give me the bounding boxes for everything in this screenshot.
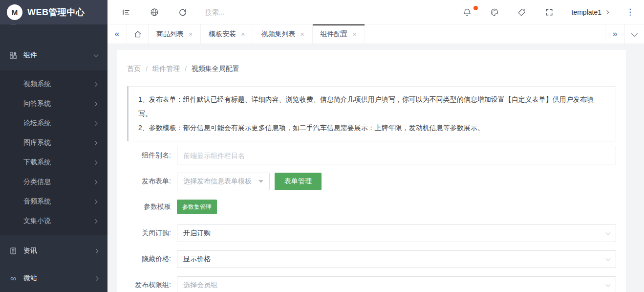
app-title: WEB管理中心 bbox=[27, 6, 85, 18]
chevron-right-icon bbox=[93, 82, 98, 87]
close-icon[interactable]: × bbox=[189, 31, 193, 38]
more-menu-icon[interactable]: ⋮ bbox=[626, 8, 634, 16]
sidebar-subitem-audio[interactable]: 音频系统 bbox=[0, 192, 107, 211]
breadcrumb-separator: / bbox=[146, 65, 148, 73]
breadcrumb-separator: / bbox=[185, 65, 187, 73]
home-icon bbox=[133, 30, 142, 39]
form-row-param-template: 参数模板 参数集管理 bbox=[127, 200, 616, 214]
sidebar-item-label: 商城 bbox=[23, 24, 94, 26]
language-globe-icon[interactable] bbox=[150, 7, 159, 17]
tabs-scroll-right-button[interactable]: » bbox=[605, 24, 624, 44]
logo-mark: M bbox=[7, 4, 22, 20]
form-row-publish-permission: 发布权限组: 选择会员组 bbox=[127, 276, 616, 292]
close-icon[interactable]: × bbox=[300, 31, 304, 38]
publish-form-select[interactable]: 选择发布信息表单模板 bbox=[177, 173, 270, 190]
select-placeholder: 选择发布信息表单模板 bbox=[183, 177, 252, 186]
sidebar-subitem-forum[interactable]: 论坛系统 bbox=[0, 113, 107, 133]
topbar-left bbox=[121, 7, 188, 17]
close-icon[interactable]: × bbox=[241, 31, 245, 38]
publish-permission-label: 发布权限组: bbox=[127, 281, 171, 290]
form-row-alias: 组件别名: bbox=[127, 147, 616, 164]
refresh-icon[interactable] bbox=[178, 7, 188, 17]
components-grid-icon bbox=[9, 51, 18, 60]
tab-label: 商品列表 bbox=[156, 30, 184, 39]
hide-price-label: 隐藏价格: bbox=[127, 255, 171, 264]
sidebar-item-news[interactable]: 资讯 bbox=[0, 240, 107, 262]
sidebar-subitem-download[interactable]: 下载系统 bbox=[0, 153, 107, 172]
tab-video-collection-list[interactable]: 视频集列表 × bbox=[253, 24, 312, 44]
sidebar-subitem-qa[interactable]: 问答系统 bbox=[0, 94, 107, 113]
config-panel: 首页 / 组件管理 / 视频集全局配置 1、发布表单：组件默认已经有标题、详细内… bbox=[117, 50, 626, 292]
select-placeholder: 选择会员组 bbox=[183, 281, 217, 290]
order-switch-select[interactable]: 开启订购 bbox=[177, 225, 616, 242]
alias-input[interactable] bbox=[177, 147, 616, 164]
content-area: 首页 / 组件管理 / 视频集全局配置 1、发布表单：组件默认已经有标题、详细内… bbox=[107, 44, 644, 292]
tabs-scroll-left-button[interactable]: « bbox=[107, 24, 127, 44]
home-tab[interactable] bbox=[127, 24, 149, 44]
chevron-right-icon bbox=[94, 276, 99, 281]
chevron-right-icon bbox=[93, 219, 98, 224]
tab-goods-list[interactable]: 商品列表 × bbox=[149, 24, 201, 44]
chevron-right-icon bbox=[93, 140, 98, 145]
template-switcher[interactable]: template1 bbox=[572, 8, 608, 16]
store-icon bbox=[9, 24, 18, 26]
search-input[interactable] bbox=[205, 8, 381, 16]
tabbar-spacer bbox=[365, 24, 605, 44]
breadcrumb-home[interactable]: 首页 bbox=[127, 65, 141, 73]
publish-permission-select[interactable]: 选择会员组 bbox=[177, 276, 616, 292]
sidebar-item-label: 组件 bbox=[23, 51, 94, 60]
notice-line-2: 2、参数模板：部分信息可能会有展示更多信息项，如二手汽车信息需要展示：上牌年限，… bbox=[138, 121, 606, 135]
sidebar-item-label: 微站 bbox=[23, 274, 94, 283]
sidebar-subitem-classified[interactable]: 分类信息 bbox=[0, 172, 107, 192]
form-manage-button[interactable]: 表单管理 bbox=[275, 173, 322, 190]
help-notice-box: 1、发布表单：组件默认已经有标题、详细内容、浏览收费、信息简介几项供用户填写，你… bbox=[127, 86, 616, 141]
caret-down-icon bbox=[258, 180, 263, 183]
alias-label: 组件别名: bbox=[127, 151, 171, 160]
sidebar: M WEB管理中心 商城 bbox=[0, 0, 107, 292]
sidebar-item-components[interactable]: 组件 bbox=[0, 44, 107, 67]
sidebar-item-microsite[interactable]: ∞ 微站 bbox=[0, 267, 107, 290]
breadcrumb-component-management[interactable]: 组件管理 bbox=[152, 65, 180, 73]
chevron-down-icon bbox=[606, 230, 611, 235]
form-row-hide-price: 隐藏价格: 显示价格 bbox=[127, 250, 616, 268]
chevron-right-icon bbox=[94, 248, 99, 253]
param-set-manage-button[interactable]: 参数集管理 bbox=[177, 200, 217, 214]
sidebar-subitem-novel[interactable]: 文集小说 bbox=[0, 211, 107, 231]
chevron-down-icon bbox=[94, 52, 99, 57]
tabs-menu-button[interactable] bbox=[624, 24, 644, 44]
template-switcher-label: template1 bbox=[572, 8, 601, 16]
infinity-icon: ∞ bbox=[9, 274, 18, 283]
tab-label: 组件配置 bbox=[321, 30, 348, 39]
chevron-right-icon bbox=[93, 199, 98, 204]
fullscreen-icon[interactable] bbox=[544, 7, 554, 17]
hide-price-select[interactable]: 显示价格 bbox=[177, 250, 616, 268]
form-row-order-switch: 关闭订购: 开启订购 bbox=[127, 225, 616, 242]
chevron-right-icon bbox=[93, 101, 98, 106]
tag-icon[interactable] bbox=[517, 7, 527, 17]
param-template-label: 参数模板 bbox=[127, 202, 171, 211]
components-submenu: 视频系统 问答系统 论坛系统 图库系统 下载系统 bbox=[0, 70, 107, 235]
tab-template-install[interactable]: 模板安装 × bbox=[201, 24, 253, 44]
sidebar-item-partial[interactable]: 商城 bbox=[0, 24, 107, 32]
chevron-right-icon bbox=[93, 180, 98, 184]
sidebar-nav: 商城 组件 视频系统 bbox=[0, 24, 107, 290]
chevron-down-icon bbox=[631, 30, 638, 37]
tab-label: 模板安装 bbox=[209, 30, 236, 39]
notification-bell-icon[interactable] bbox=[462, 7, 472, 17]
chevron-down-icon bbox=[606, 282, 611, 287]
sidebar-subitem-gallery[interactable]: 图库系统 bbox=[0, 133, 107, 153]
app-root: M WEB管理中心 商城 bbox=[0, 0, 644, 292]
tab-component-config[interactable]: 组件配置 × bbox=[313, 24, 365, 44]
chevron-down-icon bbox=[606, 256, 611, 261]
select-value: 开启订购 bbox=[183, 229, 211, 238]
notice-line-1: 1、发布表单：组件默认已经有标题、详细内容、浏览收费、信息简介几项供用户填写，你… bbox=[138, 92, 606, 121]
main-area: template1 ⋮ « 商品列表 × 模板安装 × bbox=[107, 0, 644, 292]
sidebar-toggle-icon[interactable] bbox=[121, 7, 131, 17]
close-icon[interactable]: × bbox=[353, 31, 357, 38]
sidebar-subitem-video[interactable]: 视频系统 bbox=[0, 74, 107, 94]
sidebar-item-label: 资讯 bbox=[23, 247, 94, 255]
topbar: template1 ⋮ bbox=[107, 0, 644, 24]
tab-label: 视频集列表 bbox=[261, 30, 295, 39]
chevron-right-icon bbox=[605, 10, 609, 14]
theme-palette-icon[interactable] bbox=[490, 7, 499, 17]
